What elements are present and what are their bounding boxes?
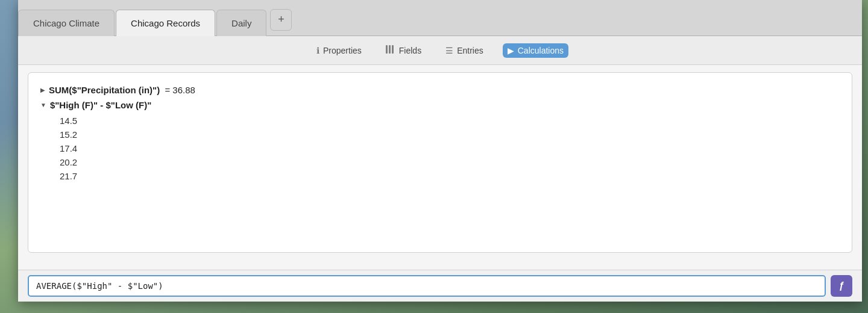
calc-value-2: 15.2 [60,128,840,141]
calc-value-3: 17.4 [60,141,840,155]
svg-rect-2 [392,45,394,54]
add-tab-button[interactable]: + [270,9,292,31]
calc-row-high-low[interactable]: $"High (F)" - $"Low (F)" [40,98,840,113]
toolbar-fields-label: Fields [399,46,421,55]
tab-daily[interactable]: Daily [216,10,266,36]
entries-icon: ☰ [445,46,453,55]
input-bar: ƒ [18,270,862,302]
tab-bar: Chicago Climate Chicago Records Daily + [18,0,862,36]
main-content: SUM($"Precipitation (in)") = 36.88 $"Hig… [18,65,862,270]
toolbar-properties[interactable]: ℹ Properties [312,43,366,58]
toolbar-entries[interactable]: ☰ Entries [441,43,488,58]
calc-row-sum[interactable]: SUM($"Precipitation (in)") = 36.88 [40,82,840,98]
svg-rect-0 [386,45,388,54]
calculations-panel: SUM($"Precipitation (in)") = 36.88 $"Hig… [28,72,852,253]
toolbar-fields[interactable]: Fields [381,43,426,58]
calc-value-5: 21.7 [60,169,840,183]
fields-icon [386,45,395,55]
calc-value-1: 14.5 [60,114,840,128]
calculations-icon: ▶ [508,46,514,55]
tab-label: Daily [231,18,251,28]
toolbar-calculations[interactable]: ▶ Calculations [503,43,568,58]
tab-chicago-climate[interactable]: Chicago Climate [18,10,115,36]
collapse-toggle-high-low [40,102,46,108]
calc-result-sum: = 36.88 [162,85,195,95]
function-icon: ƒ [839,280,844,291]
toolbar-calculations-label: Calculations [518,46,564,55]
tab-label: Chicago Climate [33,18,99,28]
tab-label: Chicago Records [131,18,200,28]
toolbar-entries-label: Entries [457,46,483,55]
toolbar-properties-label: Properties [323,46,362,55]
calc-formula-high-low: $"High (F)" - $"Low (F)" [50,100,151,110]
toolbar: ℹ Properties Fields ☰ Entries ▶ Calculat… [18,36,862,65]
app-window: Chicago Climate Chicago Records Daily + … [18,0,862,302]
tab-chicago-records[interactable]: Chicago Records [116,10,215,36]
svg-rect-1 [389,45,391,54]
formula-input[interactable] [28,275,826,297]
calc-values-high-low: 14.5 15.2 17.4 20.2 21.7 [40,113,840,185]
calc-value-4: 20.2 [60,155,840,169]
calc-formula-sum: SUM($"Precipitation (in)") [49,85,160,95]
function-button[interactable]: ƒ [831,275,852,297]
info-icon: ℹ [316,46,319,55]
collapse-toggle-sum [40,87,45,93]
